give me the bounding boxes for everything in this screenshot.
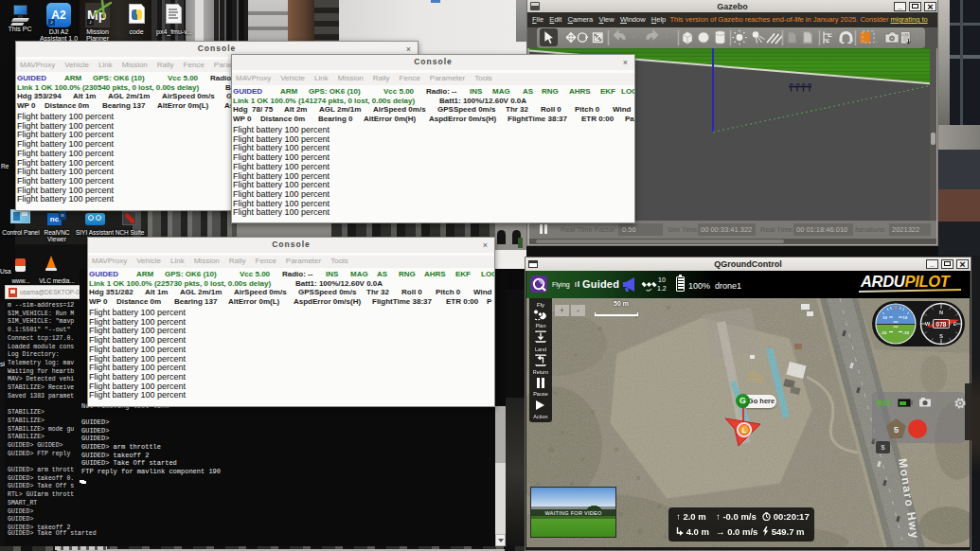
svg-text:S: S [939,333,943,339]
svg-text:078: 078 [936,321,947,328]
svg-text:10: 10 [903,315,908,320]
svg-text:-10: -10 [881,330,887,335]
svg-text:N: N [939,310,943,315]
svg-text:LOG: LOG [902,33,909,37]
svg-text:10: 10 [882,315,887,320]
svg-text:-10: -10 [903,330,910,335]
svg-text:L: L [742,427,747,434]
